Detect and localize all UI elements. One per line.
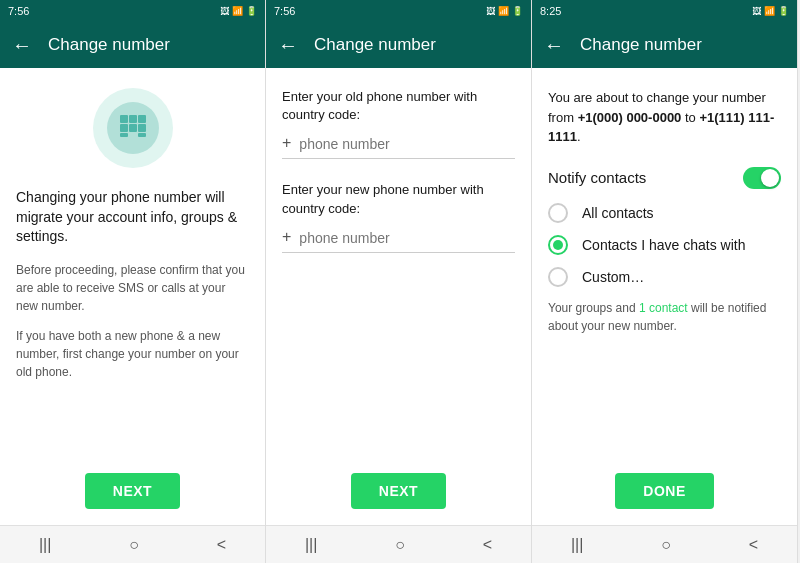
radio-chats-inner: [553, 240, 563, 250]
radio-all-circle: [548, 203, 568, 223]
done-button[interactable]: DONE: [615, 473, 713, 509]
battery-icon-2: 🔋: [512, 6, 523, 16]
image-icon-3: 🖼: [752, 6, 761, 16]
nav-bar-3: ||| ○ <: [532, 525, 797, 563]
status-icons-2: 🖼 📶 🔋: [486, 6, 523, 16]
screen1-bottom: NEXT: [0, 473, 265, 525]
svg-rect-0: [120, 115, 128, 123]
nav-bar-2: ||| ○ <: [266, 525, 531, 563]
back-button-3[interactable]: ←: [544, 34, 564, 57]
radio-all-label: All contacts: [582, 205, 654, 221]
next-button-2[interactable]: NEXT: [351, 473, 446, 509]
battery-icon-3: 🔋: [778, 6, 789, 16]
svg-rect-5: [138, 124, 146, 132]
radio-chats-contacts[interactable]: Contacts I have chats with: [548, 235, 781, 255]
groups-info: Your groups and 1 contact will be notifi…: [548, 299, 781, 335]
signal-icon-3: 📶: [764, 6, 775, 16]
phone-grid-icon: [118, 113, 148, 143]
signal-icon-2: 📶: [498, 6, 509, 16]
nav-home-2[interactable]: ○: [395, 536, 405, 554]
plus-sign-new: +: [282, 228, 291, 248]
svg-rect-6: [120, 133, 128, 137]
svg-rect-3: [120, 124, 128, 132]
old-number-label: Enter your old phone number with country…: [282, 88, 515, 124]
screen3-content: You are about to change your number from…: [532, 68, 797, 473]
change-number-info: You are about to change your number from…: [548, 88, 781, 147]
toggle-dot: [761, 169, 779, 187]
status-icons-1: 🖼 📶 🔋: [220, 6, 257, 16]
nav-back-2[interactable]: <: [483, 536, 492, 554]
screen1-main-text: Changing your phone number will migrate …: [16, 188, 249, 247]
radio-chats-label: Contacts I have chats with: [582, 237, 745, 253]
screen2-bottom: NEXT: [266, 473, 531, 525]
image-icon-1: 🖼: [220, 6, 229, 16]
svg-rect-4: [129, 124, 137, 132]
status-time-3: 8:25: [540, 5, 561, 17]
top-bar-1: ← Change number: [0, 22, 265, 68]
battery-icon-1: 🔋: [246, 6, 257, 16]
nav-menu-3[interactable]: |||: [571, 536, 583, 554]
next-button-1[interactable]: NEXT: [85, 473, 180, 509]
icon-area: [16, 88, 249, 168]
top-bar-title-1: Change number: [48, 35, 170, 55]
screen2: 7:56 🖼 📶 🔋 ← Change number Enter your ol…: [266, 0, 532, 563]
new-phone-input-row: +: [282, 228, 515, 253]
status-bar-2: 7:56 🖼 📶 🔋: [266, 0, 531, 22]
screen3-bottom: DONE: [532, 473, 797, 525]
image-icon-2: 🖼: [486, 6, 495, 16]
status-time-2: 7:56: [274, 5, 295, 17]
status-time-1: 7:56: [8, 5, 29, 17]
phone-icon-inner: [107, 102, 159, 154]
contact-link[interactable]: 1 contact: [639, 301, 688, 315]
radio-custom-label: Custom…: [582, 269, 644, 285]
nav-menu-1[interactable]: |||: [39, 536, 51, 554]
to-text: to: [685, 110, 696, 125]
status-bar-1: 7:56 🖼 📶 🔋: [0, 0, 265, 22]
status-icons-3: 🖼 📶 🔋: [752, 6, 789, 16]
radio-chats-circle: [548, 235, 568, 255]
nav-back-1[interactable]: <: [217, 536, 226, 554]
notify-row: Notify contacts: [548, 167, 781, 189]
svg-rect-2: [138, 115, 146, 123]
top-bar-3: ← Change number: [532, 22, 797, 68]
screen2-content: Enter your old phone number with country…: [266, 68, 531, 473]
screen1-sub-text1: Before proceeding, please confirm that y…: [16, 261, 249, 315]
new-phone-input[interactable]: [299, 230, 515, 246]
nav-menu-2[interactable]: |||: [305, 536, 317, 554]
nav-back-3[interactable]: <: [749, 536, 758, 554]
screen3: 8:25 🖼 📶 🔋 ← Change number You are about…: [532, 0, 798, 563]
nav-bar-1: ||| ○ <: [0, 525, 265, 563]
screen1-content: Changing your phone number will migrate …: [0, 68, 265, 473]
nav-home-3[interactable]: ○: [661, 536, 671, 554]
back-button-1[interactable]: ←: [12, 34, 32, 57]
radio-all-contacts[interactable]: All contacts: [548, 203, 781, 223]
old-phone-input-row: +: [282, 134, 515, 159]
plus-sign-old: +: [282, 134, 291, 154]
old-phone-input[interactable]: [299, 136, 515, 152]
radio-custom[interactable]: Custom…: [548, 267, 781, 287]
notify-contacts-label: Notify contacts: [548, 169, 646, 186]
phone-icon-circle: [93, 88, 173, 168]
svg-rect-1: [129, 115, 137, 123]
svg-rect-7: [138, 133, 146, 137]
status-bar-3: 8:25 🖼 📶 🔋: [532, 0, 797, 22]
groups-text: Your groups and: [548, 301, 636, 315]
notify-toggle[interactable]: [743, 167, 781, 189]
top-bar-title-2: Change number: [314, 35, 436, 55]
back-button-2[interactable]: ←: [278, 34, 298, 57]
top-bar-title-3: Change number: [580, 35, 702, 55]
top-bar-2: ← Change number: [266, 22, 531, 68]
old-number-display: +1(000) 000-0000: [578, 110, 682, 125]
radio-custom-circle: [548, 267, 568, 287]
screen1: 7:56 🖼 📶 🔋 ← Change number: [0, 0, 266, 563]
screen1-sub-text2: If you have both a new phone & a new num…: [16, 327, 249, 381]
nav-home-1[interactable]: ○: [129, 536, 139, 554]
new-number-label: Enter your new phone number with country…: [282, 181, 515, 217]
signal-icon-1: 📶: [232, 6, 243, 16]
